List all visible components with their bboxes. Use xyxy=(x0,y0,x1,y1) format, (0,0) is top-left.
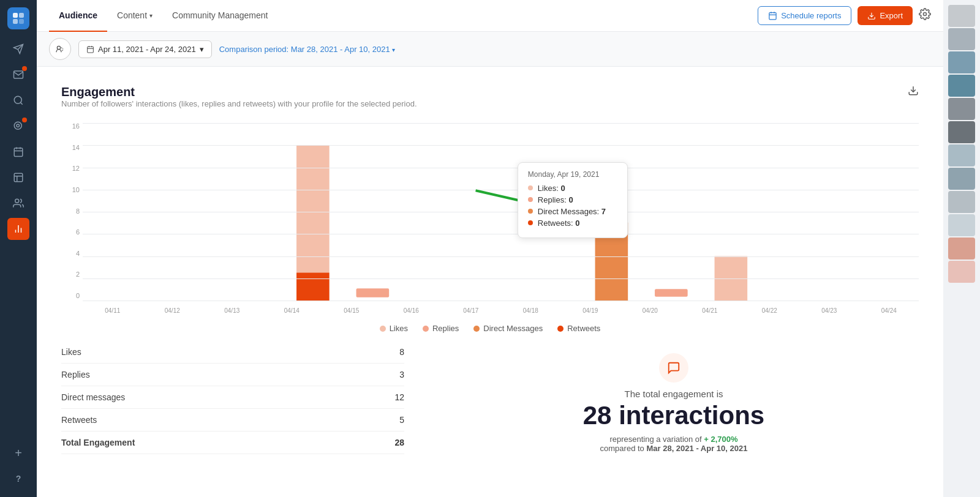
legend-replies: Replies xyxy=(423,324,459,333)
legend-retweets-dot xyxy=(557,326,564,332)
stats-row-replies: Replies 3 xyxy=(61,364,404,386)
tooltip-likes-dot xyxy=(528,185,533,190)
date-picker-chevron-icon: ▾ xyxy=(200,45,204,54)
sidebar-item-inbox[interactable] xyxy=(7,64,29,86)
content-chevron-icon: ▾ xyxy=(149,12,153,19)
tab-content[interactable]: Content ▾ xyxy=(107,0,162,32)
comparison-date[interactable]: Mar 28, 2021 - Apr 10, 2021 xyxy=(291,45,390,54)
svg-rect-14 xyxy=(14,173,23,182)
filter-bar: Apr 11, 2021 - Apr 24, 2021 ▾ Comparison… xyxy=(37,32,943,67)
sidebar-item-analytics[interactable] xyxy=(7,218,29,240)
download-chart-button[interactable] xyxy=(908,85,919,99)
engagement-summary-card: The total engagement is 28 interactions … xyxy=(429,341,919,465)
tab-community[interactable]: Community Management xyxy=(162,0,277,32)
section-title: Engagement xyxy=(61,85,417,99)
stats-row-total: Total Engagement 28 xyxy=(61,432,404,454)
summary-intro-text: The total engagement is xyxy=(625,389,723,399)
nav-actions: Schedule reports Export xyxy=(758,6,931,25)
summary-number: 28 interactions xyxy=(583,402,764,430)
comparison-period-label: Comparison period: Mar 28, 2021 - Apr 10… xyxy=(219,45,396,54)
color-swatch-5 xyxy=(948,98,975,120)
profile-selector-button[interactable] xyxy=(49,38,71,60)
variation-value: + 2,700% xyxy=(704,435,737,444)
main-area: Audience Content ▾ Community Management … xyxy=(37,0,943,497)
section-header: Engagement Number of followers' interact… xyxy=(61,85,919,121)
tooltip-row-likes: Likes: 0 xyxy=(528,184,617,193)
stats-row-retweets: Retweets 5 xyxy=(61,409,404,432)
comparison-date-ref: Mar 28, 2021 - Apr 10, 2021 xyxy=(646,444,747,453)
color-swatch-8 xyxy=(948,168,975,190)
summary-chat-icon xyxy=(659,353,688,383)
color-swatch-1 xyxy=(948,5,975,27)
engagement-stats-table: Likes 8 Replies 3 Direct messages 12 Ret… xyxy=(61,341,404,465)
section-description: Number of followers' interactions (likes… xyxy=(61,99,417,108)
engagement-section: Engagement Number of followers' interact… xyxy=(61,85,919,465)
sidebar-item-team[interactable] xyxy=(7,192,29,214)
sidebar-item-compose[interactable] xyxy=(7,38,29,60)
legend-retweets: Retweets xyxy=(557,324,600,333)
tooltip-row-retweets: Retweets: 0 xyxy=(528,219,617,228)
sidebar-bottom: + ? xyxy=(7,442,29,490)
sidebar-item-discover[interactable] xyxy=(7,115,29,137)
legend-dm-dot xyxy=(473,326,480,332)
inbox-badge xyxy=(22,66,27,71)
stats-row-likes: Likes 8 xyxy=(61,341,404,364)
color-swatch-12 xyxy=(948,261,975,283)
chart-plot-area: Monday, Apr 19, 2021 Likes: 0 Replies: 0 xyxy=(83,123,919,301)
x-axis: 04/11 04/12 04/13 04/14 04/15 04/16 04/1… xyxy=(83,302,919,319)
color-swatch-9 xyxy=(948,191,975,213)
sidebar-item-schedule[interactable] xyxy=(7,166,29,189)
app-logo[interactable] xyxy=(7,7,29,29)
legend-replies-dot xyxy=(423,326,429,332)
color-swatch-10 xyxy=(948,214,975,236)
tooltip-date: Monday, Apr 19, 2021 xyxy=(528,170,617,179)
sidebar-help-button[interactable]: ? xyxy=(7,468,29,490)
discover-badge xyxy=(22,118,27,122)
content-area: Engagement Number of followers' interact… xyxy=(37,67,943,497)
date-range-picker[interactable]: Apr 11, 2021 - Apr 24, 2021 ▾ xyxy=(78,40,212,58)
legend-likes: Likes xyxy=(380,324,408,333)
top-navigation: Audience Content ▾ Community Management … xyxy=(37,0,943,32)
color-swatch-6 xyxy=(948,121,975,143)
chart-legend: Likes Replies Direct Messages Retweets xyxy=(61,319,919,338)
tab-audience[interactable]: Audience xyxy=(49,0,107,32)
tooltip-row-replies: Replies: 0 xyxy=(528,195,617,204)
svg-point-26 xyxy=(924,13,927,16)
sidebar-item-calendar[interactable] xyxy=(7,141,29,163)
tooltip-dm-dot xyxy=(528,209,533,214)
tooltip-row-dm: Direct Messages: 7 xyxy=(528,207,617,216)
color-swatch-11 xyxy=(948,237,975,260)
chart-tooltip: Monday, Apr 19, 2021 Likes: 0 Replies: 0 xyxy=(518,162,628,238)
tooltip-replies-dot xyxy=(528,197,533,202)
color-swatch-4 xyxy=(948,75,975,97)
svg-point-27 xyxy=(57,46,60,49)
svg-rect-10 xyxy=(14,148,23,157)
y-axis: 16 14 12 10 8 6 4 2 0 xyxy=(61,123,80,301)
svg-rect-2 xyxy=(13,19,18,24)
svg-rect-0 xyxy=(13,13,18,18)
stats-row-dm: Direct messages 12 xyxy=(61,386,404,409)
settings-button[interactable] xyxy=(919,8,931,23)
color-swatch-7 xyxy=(948,144,975,166)
color-swatch-2 xyxy=(948,28,975,50)
legend-dm: Direct Messages xyxy=(473,324,543,333)
export-button[interactable]: Export xyxy=(858,6,913,25)
svg-point-8 xyxy=(14,122,21,129)
summary-subtitle: representing a variation of + 2,700% com… xyxy=(600,435,748,453)
svg-rect-3 xyxy=(19,19,24,24)
svg-rect-28 xyxy=(88,47,94,53)
svg-line-7 xyxy=(20,102,22,104)
svg-rect-21 xyxy=(769,13,776,20)
schedule-reports-button[interactable]: Schedule reports xyxy=(758,6,851,25)
comparison-chevron-icon: ▾ xyxy=(392,47,395,53)
section-title-group: Engagement Number of followers' interact… xyxy=(61,85,417,121)
legend-likes-dot xyxy=(380,326,386,332)
stats-bottom: Likes 8 Replies 3 Direct messages 12 Ret… xyxy=(61,341,919,465)
engagement-chart-container: 16 14 12 10 8 6 4 2 0 xyxy=(61,123,919,331)
sidebar-dark: + ? xyxy=(0,0,37,497)
color-swatches-sidebar xyxy=(943,0,980,497)
tooltip-retweets-dot xyxy=(528,220,533,225)
sidebar-add-button[interactable]: + xyxy=(7,442,29,464)
svg-point-9 xyxy=(17,124,20,127)
sidebar-item-search[interactable] xyxy=(7,89,29,111)
